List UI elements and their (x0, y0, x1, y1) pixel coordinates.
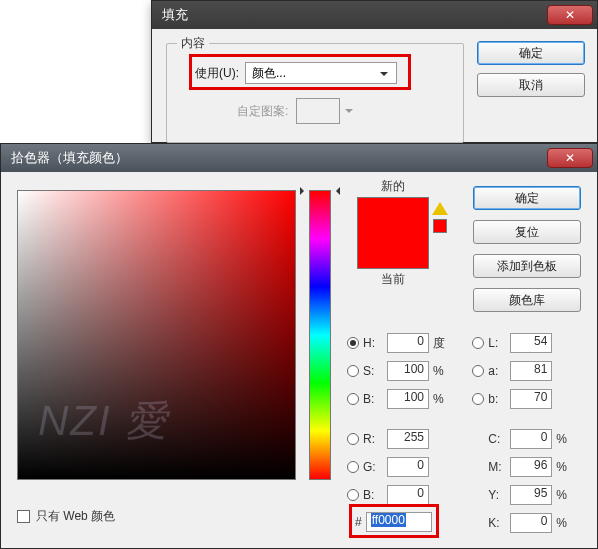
radio-a[interactable] (472, 365, 484, 377)
new-label: 新的 (347, 178, 439, 195)
close-icon[interactable]: ✕ (547, 148, 593, 168)
fill-body: 内容 使用(U): 颜色... 自定图案: 确定 取消 (152, 29, 597, 142)
watermark: NZI 愛 (38, 393, 169, 449)
content-legend: 内容 (177, 35, 209, 52)
use-label: 使用(U): (195, 65, 239, 82)
label-y: Y: (488, 488, 506, 502)
label-a: a: (488, 364, 506, 378)
input-b-rgb[interactable]: 0 (387, 485, 429, 505)
label-b-hsb: B: (363, 392, 383, 406)
pattern-swatch[interactable] (296, 98, 340, 124)
label-k: K: (488, 516, 506, 530)
label-b-lab: b: (488, 392, 506, 406)
label-g: G: (363, 460, 383, 474)
radio-s[interactable] (347, 365, 359, 377)
pattern-label: 自定图案: (237, 103, 288, 120)
fill-cancel-button[interactable]: 取消 (477, 73, 585, 97)
input-m[interactable]: 96 (510, 457, 552, 477)
new-color-swatch (358, 198, 428, 233)
input-c[interactable]: 0 (510, 429, 552, 449)
input-h[interactable]: 0 (387, 333, 429, 353)
fill-dialog: 填充 ✕ 内容 使用(U): 颜色... 自定图案: 确定 取消 (151, 0, 598, 143)
input-r[interactable]: 255 (387, 429, 429, 449)
hex-input[interactable]: ff0000 (366, 512, 432, 532)
gamut-warning-icon[interactable] (432, 194, 448, 215)
content-group: 内容 使用(U): 颜色... 自定图案: (166, 43, 464, 143)
label-h: H: (363, 336, 383, 350)
picker-titlebar[interactable]: 拾色器（填充颜色） ✕ (1, 144, 597, 172)
current-label: 当前 (347, 271, 439, 288)
hex-hash: # (355, 515, 362, 529)
fill-ok-button[interactable]: 确定 (477, 41, 585, 65)
color-libraries-button[interactable]: 颜色库 (473, 288, 581, 312)
label-c: C: (488, 432, 506, 446)
close-icon[interactable]: ✕ (547, 5, 593, 25)
web-only-checkbox[interactable] (17, 510, 30, 523)
radio-g[interactable] (347, 461, 359, 473)
saturation-value-panel[interactable]: NZI 愛 (17, 190, 296, 480)
hue-marker (304, 187, 336, 195)
unit-pct: % (433, 364, 451, 378)
color-preview (357, 197, 429, 269)
hex-value: ff0000 (371, 513, 406, 527)
fill-titlebar[interactable]: 填充 ✕ (152, 1, 597, 29)
radio-b-hsb[interactable] (347, 393, 359, 405)
radio-l[interactable] (472, 337, 484, 349)
radio-b-lab[interactable] (472, 393, 484, 405)
web-only-label: 只有 Web 颜色 (36, 508, 115, 525)
unit-pct: % (433, 392, 451, 406)
input-y[interactable]: 95 (510, 485, 552, 505)
picker-title: 拾色器（填充颜色） (11, 149, 547, 167)
color-value-inputs: H:0度 S:100% B:100% R:255 G:0 B:0 L:54 a:… (347, 330, 574, 538)
hue-slider[interactable] (309, 190, 331, 480)
picker-body: NZI 愛 新的 当前 确定 复位 添加到色板 颜色库 H:0度 (1, 172, 597, 548)
color-picker-dialog: 拾色器（填充颜色） ✕ NZI 愛 新的 当前 确定 复位 添加到色板 颜色库 (0, 143, 598, 549)
input-b-lab[interactable]: 70 (510, 389, 552, 409)
label-m: M: (488, 460, 506, 474)
input-s[interactable]: 100 (387, 361, 429, 381)
picker-reset-button[interactable]: 复位 (473, 220, 581, 244)
label-s: S: (363, 364, 383, 378)
input-b-hsb[interactable]: 100 (387, 389, 429, 409)
label-l: L: (488, 336, 506, 350)
input-l[interactable]: 54 (510, 333, 552, 353)
input-g[interactable]: 0 (387, 457, 429, 477)
use-select[interactable]: 颜色... (245, 62, 397, 84)
label-r: R: (363, 432, 383, 446)
unit-deg: 度 (433, 335, 451, 352)
radio-b-rgb[interactable] (347, 489, 359, 501)
use-select-value: 颜色... (252, 65, 286, 82)
radio-h[interactable] (347, 337, 359, 349)
input-a[interactable]: 81 (510, 361, 552, 381)
gamut-suggest-swatch[interactable] (433, 219, 447, 233)
current-color-swatch (358, 233, 428, 268)
picker-ok-button[interactable]: 确定 (473, 186, 581, 210)
input-k[interactable]: 0 (510, 513, 552, 533)
fill-title: 填充 (162, 6, 547, 24)
add-to-swatches-button[interactable]: 添加到色板 (473, 254, 581, 278)
label-b-rgb: B: (363, 488, 383, 502)
radio-r[interactable] (347, 433, 359, 445)
